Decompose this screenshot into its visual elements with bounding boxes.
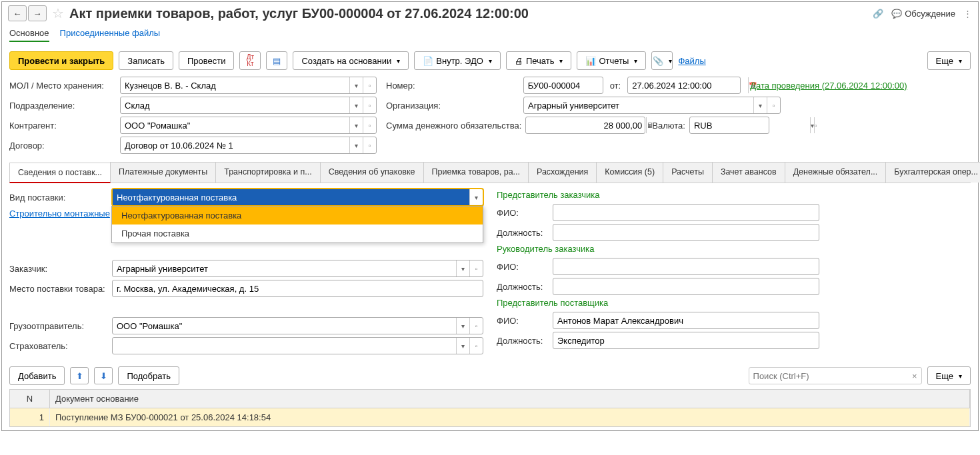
curr-label: Валюта: <box>652 121 685 131</box>
tab-commission[interactable]: Комиссия (5) <box>596 162 663 183</box>
dropdown-option[interactable]: Неотфактурованная поставка <box>112 207 483 225</box>
sup-rep-fio[interactable] <box>553 312 819 328</box>
tab-acceptance[interactable]: Приемка товаров, ра... <box>423 162 529 183</box>
tab-money-obligations[interactable]: Денежные обязател... <box>785 162 887 183</box>
forward-button[interactable]: → <box>28 5 47 21</box>
cust-head-fio[interactable] <box>553 258 819 274</box>
contr-combo[interactable]: ▾▫ <box>120 117 377 134</box>
tab-payment-docs[interactable]: Платежные документы <box>110 162 216 183</box>
sum-field[interactable]: 🖩 <box>525 117 645 134</box>
insurer-label: Страхователь: <box>9 341 108 351</box>
tab-main[interactable]: Основное <box>9 28 49 42</box>
documents-table: N Документ основание 1 Поступление МЗ БУ… <box>9 389 971 427</box>
tab-attached-files[interactable]: Присоединенные файлы <box>60 28 161 42</box>
mol-label: МОЛ / Место хранения: <box>9 81 116 91</box>
num-field[interactable] <box>523 77 603 94</box>
discussion-link[interactable]: 💬 Обсуждение <box>891 9 955 19</box>
customer-combo[interactable]: ▾▫ <box>112 260 483 277</box>
cust-rep-pos[interactable] <box>553 225 819 240</box>
place-field[interactable] <box>112 280 483 297</box>
curr-combo[interactable]: ▾▫ <box>689 117 769 134</box>
search-input[interactable]: × <box>749 367 922 384</box>
delivery-type-combo[interactable]: ▾ <box>112 189 483 206</box>
sender-label: Грузоотправитель: <box>9 321 108 331</box>
print-button[interactable]: 🖨 Печать <box>506 51 572 70</box>
org-combo[interactable]: ▾▫ <box>523 97 781 114</box>
tab-calculations[interactable]: Расчеты <box>663 162 713 183</box>
col-n[interactable]: N <box>10 390 50 408</box>
subdiv-label: Подразделение: <box>9 101 116 111</box>
clear-icon[interactable]: × <box>912 371 917 381</box>
date-field[interactable]: 📅 <box>627 77 741 94</box>
org-label: Организация: <box>386 101 519 111</box>
pick-button[interactable]: Подобрать <box>118 366 179 385</box>
mol-input[interactable] <box>121 77 349 93</box>
dt-kt-icon[interactable]: ДтКт <box>239 51 261 70</box>
smr-link[interactable]: Строительно монтажные <box>9 209 110 219</box>
cust-rep-fio[interactable] <box>553 205 819 221</box>
move-up-icon[interactable]: ⬆ <box>70 367 89 384</box>
save-button[interactable]: Записать <box>119 51 173 70</box>
supplier-rep-heading: Представитель поставщика <box>497 298 971 308</box>
insurer-combo[interactable]: ▾▫ <box>112 337 483 354</box>
post-button[interactable]: Провести <box>179 51 235 70</box>
subbar-more-button[interactable]: Еще <box>927 366 971 385</box>
col-doc[interactable]: Документ основание <box>50 390 970 408</box>
chevron-down-icon[interactable]: ▾ <box>469 189 483 205</box>
dog-combo[interactable]: ▾▫ <box>120 137 377 154</box>
files-link[interactable]: Файлы <box>678 56 705 66</box>
from-label: от: <box>610 81 621 91</box>
dropdown-option[interactable]: Прочая поставка <box>112 225 483 242</box>
customer-rep-heading: Представитель заказчика <box>497 190 971 200</box>
posted-date-link[interactable]: Дата проведения (27.06.2024 12:00:00) <box>750 81 907 91</box>
sender-combo[interactable]: ▾▫ <box>112 317 483 334</box>
mol-combo[interactable]: ▾ ▫ <box>120 77 377 94</box>
open-icon[interactable]: ▫ <box>363 77 376 93</box>
toolbar-more-button[interactable]: Еще <box>927 51 971 70</box>
delivery-type-label: Вид поставки: <box>9 193 108 203</box>
num-label: Номер: <box>386 81 415 91</box>
edo-button[interactable]: 📄 Внутр. ЭДО <box>414 51 501 70</box>
link-icon[interactable]: 🔗 <box>873 9 883 19</box>
reports-button[interactable]: 📊 Отчеты <box>577 51 646 70</box>
attach-button[interactable]: 📎 <box>651 51 673 70</box>
delivery-type-dropdown: Неотфактурованная поставка Прочая постав… <box>111 206 483 243</box>
customer-label: Заказчик: <box>9 264 108 274</box>
tab-accounting-op[interactable]: Бухгалтерская опер... <box>885 162 980 183</box>
page-title: Акт приемки товаров, работ, услуг БУ00-0… <box>69 6 867 21</box>
tab-advance-offset[interactable]: Зачет авансов <box>712 162 785 183</box>
cust-head-pos[interactable] <box>553 278 819 294</box>
sup-rep-pos[interactable] <box>553 332 819 348</box>
tab-packaging[interactable]: Сведения об упаковке <box>320 162 424 183</box>
table-row[interactable]: 1 Поступление МЗ БУ00-000021 от 25.06.20… <box>10 408 970 426</box>
create-from-button[interactable]: Создать на основании <box>293 51 409 70</box>
tab-delivery-info[interactable]: Сведения о поставк... <box>9 163 111 183</box>
move-down-icon[interactable]: ⬇ <box>94 367 113 384</box>
list-icon[interactable]: ▤ <box>266 51 287 70</box>
dropdown-icon[interactable]: ▾ <box>349 77 363 93</box>
sum-label: Сумма денежного обязательства: <box>386 121 521 131</box>
contr-label: Контрагент: <box>9 121 116 131</box>
tab-discrepancies[interactable]: Расхождения <box>528 162 597 183</box>
add-button[interactable]: Добавить <box>9 366 65 385</box>
kebab-icon[interactable]: ⋮ <box>963 9 972 19</box>
dog-label: Договор: <box>9 141 116 151</box>
customer-head-heading: Руководитель заказчика <box>497 244 971 254</box>
subdiv-combo[interactable]: ▾▫ <box>120 97 377 114</box>
favorite-icon[interactable]: ☆ <box>52 5 64 21</box>
place-label: Место поставки товара: <box>9 284 108 294</box>
post-and-close-button[interactable]: Провести и закрыть <box>9 51 113 70</box>
back-button[interactable]: ← <box>8 5 27 21</box>
tab-transport[interactable]: Транспортировка и п... <box>215 162 320 183</box>
